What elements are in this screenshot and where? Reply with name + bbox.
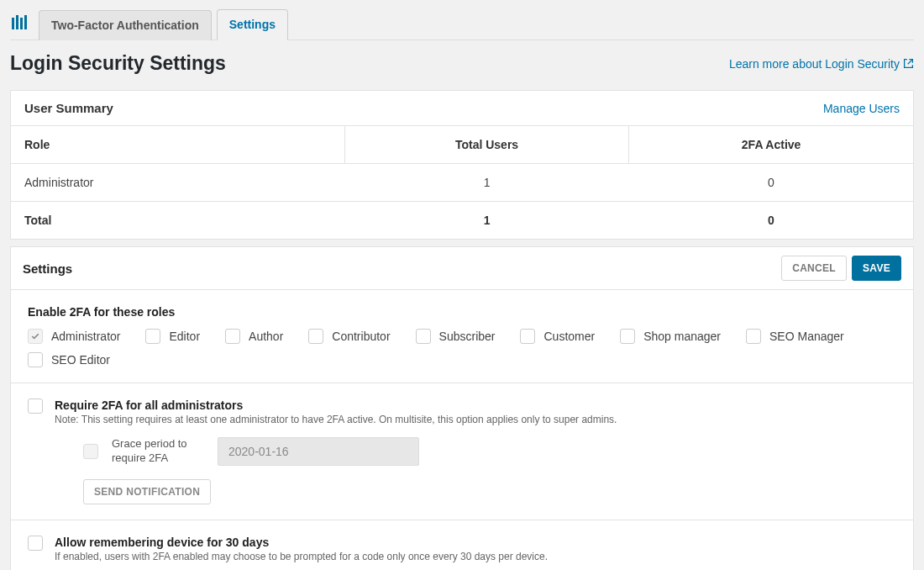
external-link-icon	[903, 58, 914, 69]
role-label: Editor	[169, 330, 200, 343]
user-summary-title: User Summary	[24, 101, 113, 115]
footer-total: 1	[344, 202, 628, 240]
role-checkbox-shop-manager[interactable]: Shop manager	[620, 329, 721, 344]
role-label: Subscriber	[439, 330, 496, 343]
require-admin-note: Note: This setting requires at least one…	[55, 414, 896, 425]
checkbox-icon	[416, 329, 431, 344]
role-label: SEO Manager	[769, 330, 844, 343]
remember-device-title: Allow remembering device for 30 days	[55, 536, 896, 549]
role-checkbox-seo-editor[interactable]: SEO Editor	[28, 352, 110, 367]
checkbox-icon	[520, 329, 535, 344]
user-summary-panel: User Summary Manage Users Role Total Use…	[10, 90, 914, 240]
checkbox-icon	[28, 329, 43, 344]
table-row: Administrator 1 0	[11, 164, 913, 202]
section-remember-device: Allow remembering device for 30 days If …	[11, 520, 913, 570]
grace-period-label: Grace period to require 2FA	[112, 437, 204, 466]
cell-role: Administrator	[11, 164, 344, 202]
learn-more-label: Learn more about Login Security	[729, 57, 900, 71]
grace-period-input[interactable]	[218, 437, 419, 466]
cell-active: 0	[629, 164, 913, 202]
settings-panel: Settings CANCEL SAVE Enable 2FA for thes…	[10, 246, 914, 570]
section-require-admin: Require 2FA for all administrators Note:…	[11, 383, 913, 520]
checkbox-icon	[145, 329, 160, 344]
checkbox-icon	[225, 329, 240, 344]
footer-active: 0	[629, 202, 913, 240]
role-checkbox-seo-manager[interactable]: SEO Manager	[746, 329, 844, 344]
role-label: Contributor	[332, 330, 390, 343]
send-notification-button[interactable]: SEND NOTIFICATION	[83, 479, 211, 504]
page-title: Login Security Settings	[10, 52, 226, 75]
role-label: SEO Editor	[51, 353, 110, 367]
role-checkbox-author[interactable]: Author	[225, 329, 283, 344]
role-checkbox-subscriber[interactable]: Subscriber	[416, 329, 496, 344]
wordfence-logo-icon	[10, 13, 30, 33]
role-checkbox-customer[interactable]: Customer	[520, 329, 595, 344]
enable-roles-title: Enable 2FA for these roles	[28, 305, 896, 319]
settings-title: Settings	[23, 261, 72, 276]
role-label: Administrator	[51, 330, 120, 343]
svg-rect-0	[12, 18, 14, 29]
require-admin-checkbox[interactable]	[28, 398, 43, 414]
manage-users-link[interactable]: Manage Users	[823, 102, 900, 115]
checkbox-icon	[308, 329, 323, 344]
role-checkbox-editor[interactable]: Editor	[145, 329, 200, 344]
save-button[interactable]: SAVE	[852, 256, 901, 281]
col-total-users: Total Users	[344, 126, 628, 164]
col-2fa-active: 2FA Active	[629, 126, 913, 164]
role-checkbox-administrator[interactable]: Administrator	[28, 329, 120, 344]
tab-two-factor-authentication[interactable]: Two-Factor Authentication	[39, 10, 212, 40]
checkbox-icon	[620, 329, 635, 344]
tab-settings[interactable]: Settings	[217, 9, 288, 40]
grace-period-checkbox[interactable]	[83, 444, 98, 459]
table-row-total: Total 1 0	[11, 202, 913, 240]
footer-label: Total	[11, 202, 344, 240]
checkbox-icon	[28, 352, 43, 367]
cancel-button[interactable]: CANCEL	[781, 256, 847, 281]
require-admin-title: Require 2FA for all administrators	[55, 398, 896, 412]
user-summary-table: Role Total Users 2FA Active Administrato…	[11, 126, 913, 239]
tab-strip: Two-Factor Authentication Settings	[10, 8, 914, 40]
section-enable-roles: Enable 2FA for these roles Administrator…	[11, 290, 913, 383]
role-label: Author	[249, 330, 283, 343]
col-role: Role	[11, 126, 344, 164]
remember-device-checkbox[interactable]	[28, 536, 43, 551]
role-checkbox-contributor[interactable]: Contributor	[308, 329, 390, 344]
svg-rect-1	[16, 15, 18, 29]
svg-rect-2	[20, 18, 23, 29]
role-label: Shop manager	[643, 330, 721, 343]
cell-total: 1	[344, 164, 628, 202]
role-label: Customer	[543, 330, 595, 343]
checkbox-icon	[746, 329, 761, 344]
learn-more-link[interactable]: Learn more about Login Security	[729, 57, 914, 71]
remember-device-note: If enabled, users with 2FA enabled may c…	[55, 551, 896, 562]
svg-rect-3	[24, 15, 27, 29]
